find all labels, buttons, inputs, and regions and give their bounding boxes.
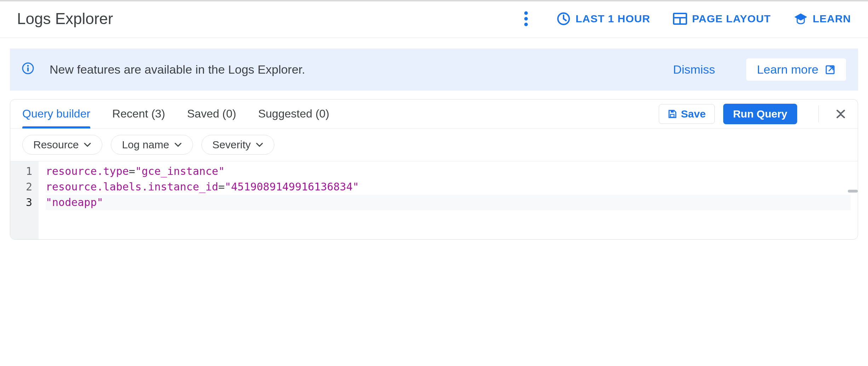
- code-line: resource.type="gce_instance": [46, 164, 851, 179]
- save-button[interactable]: Save: [659, 104, 715, 124]
- chevron-down-icon: [84, 142, 91, 147]
- line-number: 1: [10, 164, 32, 179]
- learn-button[interactable]: LEARN: [794, 13, 851, 25]
- tab-query-builder[interactable]: Query builder: [22, 99, 90, 128]
- query-editor[interactable]: 123 resource.type="gce_instance"resource…: [10, 161, 858, 239]
- svg-rect-11: [670, 114, 674, 117]
- banner-message: New features are available in the Logs E…: [50, 63, 642, 76]
- learn-label: LEARN: [813, 13, 851, 25]
- clock-icon: [556, 12, 571, 26]
- code-line: "nodeapp": [46, 195, 851, 210]
- tab-label: Suggested (0): [258, 107, 329, 120]
- chevron-down-icon: [256, 142, 263, 147]
- tab-label: Recent (3): [112, 107, 165, 120]
- svg-point-8: [27, 65, 29, 67]
- header: Logs Explorer LAST 1 HOUR PAGE LAYOUT: [0, 1, 868, 38]
- line-number: 3: [10, 195, 32, 210]
- divider: [818, 105, 819, 122]
- layout-icon: [673, 13, 687, 25]
- svg-point-1: [524, 17, 528, 21]
- learn-more-button[interactable]: Learn more: [746, 58, 846, 81]
- tab-suggested[interactable]: Suggested (0): [258, 99, 329, 128]
- more-options-button[interactable]: [518, 11, 534, 27]
- query-actions: Save Run Query: [659, 104, 846, 124]
- scrollbar-thumb[interactable]: [848, 190, 858, 193]
- save-label: Save: [681, 108, 706, 120]
- header-actions: LAST 1 HOUR PAGE LAYOUT LEARN: [518, 11, 851, 27]
- query-code[interactable]: resource.type="gce_instance"resource.lab…: [39, 161, 858, 239]
- collapse-toggle[interactable]: [836, 109, 846, 119]
- feature-banner: New features are available in the Logs E…: [10, 48, 858, 91]
- more-vert-icon: [524, 11, 528, 27]
- chip-label: Severity: [212, 139, 251, 151]
- svg-point-0: [524, 11, 528, 15]
- svg-rect-9: [27, 67, 29, 72]
- tab-label: Saved (0): [187, 107, 236, 120]
- line-number: 2: [10, 179, 32, 195]
- chevron-down-icon: [174, 142, 182, 147]
- svg-rect-12: [671, 111, 674, 113]
- code-line: resource.labels.instance_id="45190891499…: [46, 179, 851, 195]
- resource-filter-chip[interactable]: Resource: [22, 135, 102, 155]
- tab-label: Query builder: [22, 107, 90, 120]
- dismiss-button[interactable]: Dismiss: [657, 63, 731, 76]
- query-tabs-row: Query builder Recent (3) Saved (0) Sugge…: [10, 99, 858, 128]
- chevron-up-icon: [836, 113, 846, 119]
- info-icon: [22, 62, 34, 77]
- svg-point-2: [524, 23, 528, 26]
- logname-filter-chip[interactable]: Log name: [111, 135, 193, 155]
- page-title: Logs Explorer: [17, 10, 113, 28]
- time-range-label: LAST 1 HOUR: [576, 13, 650, 25]
- open-external-icon: [825, 64, 835, 75]
- page-layout-button[interactable]: PAGE LAYOUT: [673, 13, 771, 25]
- line-number-gutter: 123: [10, 161, 39, 239]
- filter-chips-row: Resource Log name Severity: [10, 128, 858, 161]
- chip-label: Resource: [33, 139, 79, 151]
- query-panel: Query builder Recent (3) Saved (0) Sugge…: [10, 99, 858, 240]
- learn-more-label: Learn more: [757, 63, 818, 76]
- run-label: Run Query: [733, 108, 787, 120]
- query-tabs: Query builder Recent (3) Saved (0) Sugge…: [22, 99, 659, 128]
- chip-label: Log name: [122, 139, 169, 151]
- run-query-button[interactable]: Run Query: [723, 104, 797, 124]
- severity-filter-chip[interactable]: Severity: [201, 135, 274, 155]
- tab-recent[interactable]: Recent (3): [112, 99, 165, 128]
- save-icon: [668, 109, 677, 119]
- time-range-button[interactable]: LAST 1 HOUR: [556, 12, 650, 26]
- graduation-cap-icon: [794, 13, 808, 25]
- tab-saved[interactable]: Saved (0): [187, 99, 236, 128]
- page-layout-label: PAGE LAYOUT: [692, 13, 771, 25]
